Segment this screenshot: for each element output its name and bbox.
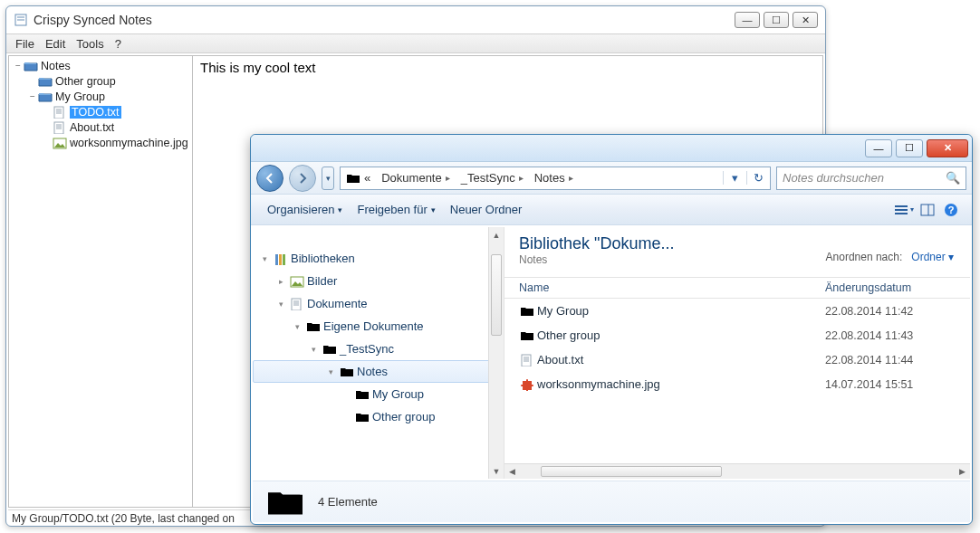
nav-item[interactable]: My Group <box>253 383 504 405</box>
explorer-window: — ☐ ✕ ▾ « Dokumente▸ _TestSync▸ Notes▸ ▾… <box>250 134 973 525</box>
app-icon <box>14 13 28 27</box>
breadcrumb-seg[interactable]: Dokumente▸ <box>376 171 455 185</box>
tree-item[interactable]: worksonmymachine.jpg <box>9 135 192 150</box>
menu-file[interactable]: File <box>10 35 40 52</box>
library-title: Bibliothek "Dokume... <box>519 234 736 253</box>
documents-icon <box>287 298 307 310</box>
file-row[interactable]: Other group 22.08.2014 11:43 <box>504 323 970 347</box>
close-button[interactable]: ✕ <box>793 12 818 28</box>
editor-text: This is my cool text <box>200 60 316 75</box>
folder-icon <box>352 388 372 401</box>
scroll-down-icon[interactable]: ▼ <box>489 463 504 479</box>
arrange-dropdown[interactable]: Ordner ▾ <box>911 251 954 263</box>
view-mode-button[interactable]: ▾ <box>892 200 916 220</box>
tree-item[interactable]: − My Group <box>9 89 192 104</box>
file-row[interactable]: About.txt 22.08.2014 11:44 <box>504 347 970 372</box>
folder-blue-icon <box>38 75 53 88</box>
svg-text:?: ? <box>948 205 955 215</box>
new-folder-button[interactable]: Neuer Ordner <box>443 199 529 220</box>
address-bar[interactable]: « Dokumente▸ _TestSync▸ Notes▸ ▾ ↻ <box>340 167 771 190</box>
folder-icon <box>24 60 38 72</box>
svg-rect-15 <box>921 205 934 215</box>
titlebar[interactable]: Crispy Synced Notes — ☐ ✕ <box>6 6 825 33</box>
nav-item[interactable]: ▾ _TestSync <box>253 338 504 360</box>
folder-icon <box>352 411 372 424</box>
explorer-status: 4 Elemente <box>253 481 970 522</box>
nav-scrollbar[interactable]: ▲ ▼ <box>488 227 504 479</box>
refresh-icon[interactable]: ↻ <box>746 171 770 185</box>
folder-blue-icon <box>38 90 53 103</box>
organize-button[interactable]: Organisieren▾ <box>260 199 350 220</box>
tree-item[interactable]: About.txt <box>9 119 192 135</box>
file-pane: Bibliothek "Dokume... Notes Anordnen nac… <box>504 227 970 479</box>
breadcrumb-root[interactable]: « <box>341 171 376 185</box>
pictures-icon <box>287 275 307 288</box>
svg-rect-14 <box>895 213 908 214</box>
scroll-up-icon[interactable]: ▲ <box>489 227 504 243</box>
tree-root[interactable]: − Notes <box>9 58 192 73</box>
scroll-left-icon[interactable]: ◀ <box>504 464 520 479</box>
explorer-toolbar: Organisieren▾ Freigeben für▾ Neuer Ordne… <box>251 195 972 225</box>
explorer-titlebar[interactable]: — ☐ ✕ <box>251 135 972 162</box>
file-row[interactable]: worksonmymachine.jpg 14.07.2014 15:51 <box>504 372 970 396</box>
back-button[interactable] <box>256 165 283 192</box>
image-icon <box>53 137 67 149</box>
folder-icon <box>303 320 323 333</box>
svg-rect-13 <box>895 209 908 211</box>
breadcrumb-seg[interactable]: _TestSync▸ <box>456 171 529 185</box>
nav-item[interactable]: ▾ Dokumente <box>253 292 504 315</box>
menu-help[interactable]: ? <box>110 35 127 52</box>
nav-item[interactable]: Other group <box>253 405 504 428</box>
text-icon <box>517 354 537 366</box>
file-icon <box>53 121 67 134</box>
folder-icon <box>320 343 340 356</box>
column-headers[interactable]: Name Änderungsdatum <box>504 277 970 299</box>
file-row[interactable]: My Group 22.08.2014 11:42 <box>504 299 970 323</box>
search-icon: 🔍 <box>946 171 960 185</box>
window-title: Crispy Synced Notes <box>34 13 152 27</box>
maximize-button[interactable]: ☐ <box>764 12 789 28</box>
folder-icon <box>517 305 537 318</box>
col-name[interactable]: Name <box>504 281 825 294</box>
col-date[interactable]: Änderungsdatum <box>825 281 970 294</box>
svg-rect-12 <box>895 205 908 207</box>
nav-item[interactable]: ▾ Bibliotheken <box>253 247 504 270</box>
search-input[interactable]: Notes durchsuchen 🔍 <box>776 167 966 190</box>
file-icon <box>53 106 67 119</box>
maximize-button[interactable]: ☐ <box>896 139 923 157</box>
folder-icon <box>517 329 537 342</box>
menu-tools[interactable]: Tools <box>71 35 109 52</box>
tree-item[interactable]: Other group <box>9 73 192 89</box>
addr-dropdown-icon[interactable]: ▾ <box>723 171 746 185</box>
nav-item[interactable]: ▸ Bilder <box>253 270 504 292</box>
preview-pane-button[interactable] <box>916 200 939 220</box>
nav-pane[interactable]: ▾ Bibliotheken▸ Bilder▾ Dokumente▾ Eigen… <box>253 227 504 479</box>
nav-item[interactable]: ▾ Eigene Dokumente <box>253 315 504 338</box>
scroll-thumb[interactable] <box>541 466 722 477</box>
arrange-by: Anordnen nach: Ordner ▾ <box>826 251 954 263</box>
nav-row: ▾ « Dokumente▸ _TestSync▸ Notes▸ ▾ ↻ Not… <box>251 162 972 195</box>
nav-item[interactable]: ▾ Notes <box>253 360 498 383</box>
minimize-button[interactable]: — <box>865 139 892 157</box>
tree-item[interactable]: TODO.txt <box>9 104 192 119</box>
minimize-button[interactable]: — <box>735 12 760 28</box>
folder-icon <box>337 366 357 378</box>
menubar: File Edit Tools ? <box>6 33 825 53</box>
help-button[interactable]: ? <box>939 200 963 220</box>
scroll-thumb[interactable] <box>491 254 502 336</box>
file-scrollbar[interactable]: ◀ ▶ <box>504 463 970 479</box>
library-icon <box>271 252 291 265</box>
menu-edit[interactable]: Edit <box>40 35 71 52</box>
close-button[interactable]: ✕ <box>927 139 968 157</box>
folder-icon <box>265 485 305 519</box>
share-button[interactable]: Freigeben für▾ <box>350 199 442 220</box>
puzzle-icon <box>517 378 537 391</box>
history-dropdown[interactable]: ▾ <box>322 167 334 190</box>
scroll-right-icon[interactable]: ▶ <box>955 464 970 479</box>
breadcrumb-seg[interactable]: Notes▸ <box>529 171 579 185</box>
notes-tree[interactable]: − Notes Other group− My Group TODO.txt A… <box>8 55 193 508</box>
forward-button[interactable] <box>289 165 316 192</box>
